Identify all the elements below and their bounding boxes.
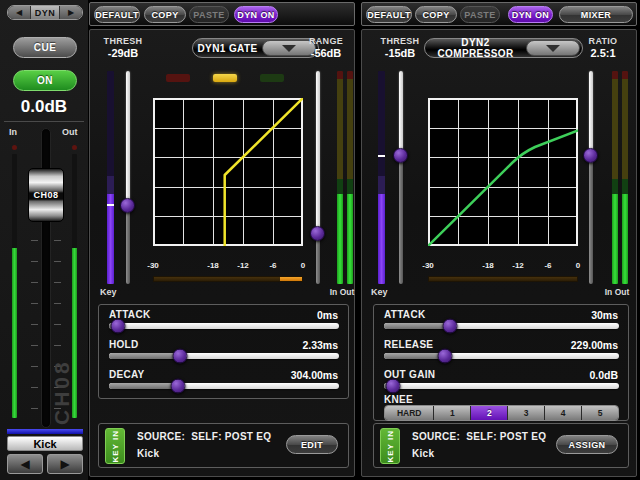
out-meter-label: Out	[62, 127, 78, 137]
gate-key-thresh-marker	[107, 204, 114, 206]
attack-slider[interactable]	[109, 318, 339, 334]
gate-range-slider[interactable]	[310, 71, 326, 284]
gate-out-meter	[347, 71, 353, 284]
comp-attack-knob[interactable]	[442, 319, 457, 334]
gate-params-box: ATTACK 0ms HOLD 2.33ms DECAY 304.00ms	[98, 304, 349, 399]
attack-knob[interactable]	[111, 319, 126, 334]
mixer-button[interactable]: MIXER	[559, 6, 633, 23]
view-selector[interactable]: ◀ DYN ▶	[7, 5, 83, 20]
in-meter-label: In	[9, 127, 17, 137]
cue-button[interactable]: CUE	[13, 37, 77, 58]
out-clip-led	[72, 145, 77, 150]
comp-key-thresh-marker	[378, 155, 385, 157]
comp-paste-button[interactable]: PASTE	[460, 6, 500, 23]
fader-scale-ticks	[31, 240, 38, 421]
view-next-icon[interactable]: ▶	[60, 6, 82, 19]
comp-in-meter	[612, 71, 618, 284]
comp-ratio-slider[interactable]	[583, 71, 599, 284]
knee-option-3[interactable]: 3	[507, 406, 544, 420]
gate-in-meter	[337, 71, 343, 284]
gate-paste-button[interactable]: PASTE	[189, 6, 229, 23]
comp-type-label: DYN2 COMPRESSOR	[425, 37, 526, 59]
gate-range-value: -56dB	[296, 47, 356, 59]
fader-cap-label: CH08	[29, 190, 63, 200]
comp-type-dropdown[interactable]: DYN2 COMPRESSOR	[424, 38, 583, 58]
hold-slider[interactable]	[109, 348, 339, 364]
comp-ratio-label: RATIO	[574, 36, 632, 46]
gate-copy-button[interactable]: COPY	[144, 6, 186, 23]
gate-keyin-edit-button[interactable]: EDIT	[286, 435, 338, 454]
next-channel-button[interactable]: ▶	[47, 454, 83, 474]
gate-panel: THRESH -29dB DYN1 GATE RANGE -56dB	[89, 29, 355, 477]
knee-option-2[interactable]: 2	[470, 406, 507, 420]
decay-slider[interactable]	[109, 378, 339, 394]
comp-keyin-channel: Kick	[412, 448, 434, 459]
gate-key-meter	[107, 71, 114, 284]
gate-keyin-box: KEY IN SOURCE: SELF: POST EQ Kick EDIT	[98, 423, 349, 468]
knee-option-5[interactable]: 5	[581, 406, 618, 420]
comp-type-dropdown-arrow-icon[interactable]	[526, 40, 580, 56]
dynamics-screen: ◀ DYN ▶ CUE ON 0.0dB In Out CH08 CH08 Ki…	[0, 0, 640, 480]
comp-attack-slider[interactable]	[384, 318, 619, 334]
outgain-knob[interactable]	[386, 379, 401, 394]
comp-thresh-label: THRESH	[371, 36, 429, 46]
gate-keyin-channel: Kick	[137, 448, 159, 459]
decay-knob[interactable]	[171, 379, 186, 394]
gate-type-label: DYN1 GATE	[193, 43, 262, 54]
comp-curve-graph	[428, 98, 578, 246]
gate-thresh-label: THRESH	[94, 36, 152, 46]
comp-keyin-source: SOURCE: SELF: POST EQ	[412, 431, 546, 442]
comp-out-meter	[622, 71, 628, 284]
comp-key-meter	[378, 71, 385, 284]
gate-toolbar: DEFAULT COPY PASTE DYN ON	[89, 2, 355, 26]
comp-default-button[interactable]: DEFAULT	[366, 6, 412, 23]
knee-option-4[interactable]: 4	[544, 406, 581, 420]
divider	[4, 121, 84, 122]
knee-option-1[interactable]: 1	[433, 406, 470, 420]
gate-gr-meter	[153, 276, 303, 282]
release-slider[interactable]	[384, 348, 619, 364]
comp-params-box: ATTACK 30ms RELEASE 229.00ms OUT GAIN 0.…	[373, 304, 629, 421]
gate-hold-led	[213, 74, 237, 82]
comp-keyin-tab: KEY IN	[380, 428, 400, 464]
comp-ratio-value: 2.5:1	[574, 47, 632, 59]
comp-keyin-box: KEY IN SOURCE: SELF: POST EQ Kick ASSIGN	[373, 423, 629, 468]
gate-axis: -30 -18 -12 -6 0	[153, 261, 303, 271]
channel-name: Kick	[7, 436, 83, 451]
gate-io-meter-label: In Out	[326, 287, 358, 297]
comp-panel: THRESH -15dB DYN2 COMPRESSOR RATIO 2.5:1	[361, 29, 637, 477]
view-prev-icon[interactable]: ◀	[8, 6, 30, 19]
comp-thresh-slider[interactable]	[393, 71, 409, 284]
comp-dyn-on-button[interactable]: DYN ON	[508, 6, 553, 23]
gate-thresh-slider[interactable]	[120, 71, 136, 284]
gate-dyn-on-button[interactable]: DYN ON	[234, 6, 278, 23]
gate-open-led	[260, 74, 284, 82]
comp-key-meter-label: Key	[371, 287, 388, 297]
prev-channel-button[interactable]: ◀	[7, 454, 43, 474]
comp-thresh-knob[interactable]	[393, 148, 408, 163]
view-selector-label: DYN	[30, 6, 60, 19]
gate-curve	[225, 98, 303, 246]
channel-in-meter	[12, 154, 17, 418]
knee-selector: HARD 1 2 3 4 5	[384, 405, 619, 421]
channel-strip-sidebar: ◀ DYN ▶ CUE ON 0.0dB In Out CH08 CH08 Ki…	[0, 0, 88, 480]
comp-keyin-assign-button[interactable]: ASSIGN	[556, 435, 618, 454]
knee-option-hard[interactable]: HARD	[385, 406, 433, 420]
outgain-slider[interactable]	[384, 378, 619, 394]
comp-thresh-value: -15dB	[371, 47, 429, 59]
release-knob[interactable]	[438, 349, 453, 364]
gate-keyin-tab: KEY IN	[105, 428, 125, 464]
gate-default-button[interactable]: DEFAULT	[94, 6, 140, 23]
gate-range-knob[interactable]	[310, 226, 325, 241]
comp-ratio-knob[interactable]	[583, 148, 598, 163]
channel-color-bar	[7, 429, 83, 434]
comp-axis: -30 -18 -12 -6 0	[428, 261, 578, 271]
gate-closed-led	[166, 74, 190, 82]
channel-on-button[interactable]: ON	[13, 70, 77, 91]
knee-label: KNEE	[384, 394, 413, 405]
gate-thresh-knob[interactable]	[120, 198, 135, 213]
channel-id-watermark: CH08	[50, 325, 74, 425]
channel-fader[interactable]: CH08	[28, 168, 64, 222]
hold-knob[interactable]	[173, 349, 188, 364]
comp-copy-button[interactable]: COPY	[415, 6, 457, 23]
